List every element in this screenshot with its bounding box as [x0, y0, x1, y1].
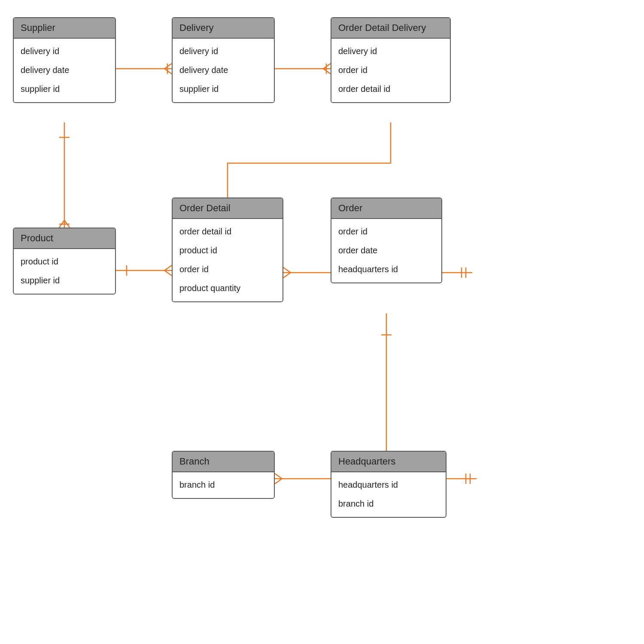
- svg-line-5: [323, 64, 331, 69]
- entity-order-body: order id order date headquarters id: [331, 219, 441, 283]
- entity-delivery-header: Delivery: [173, 18, 274, 39]
- entity-order-detail-delivery: Order Detail Delivery delivery id order …: [331, 17, 451, 103]
- svg-line-22: [283, 273, 291, 278]
- field-delivery-3: supplier id: [179, 80, 267, 99]
- entity-order-header: Order: [331, 198, 441, 219]
- entity-product-header: Product: [14, 228, 115, 249]
- svg-line-2: [164, 69, 172, 74]
- svg-line-29: [275, 479, 282, 484]
- entity-odd-header: Order Detail Delivery: [331, 18, 450, 39]
- svg-line-13: [59, 220, 64, 228]
- entity-supplier-header: Supplier: [14, 18, 115, 39]
- svg-line-14: [64, 220, 70, 228]
- field-od-4: product quantity: [179, 279, 276, 298]
- entity-supplier: Supplier delivery id delivery date suppl…: [13, 17, 116, 103]
- entity-product: Product product id supplier id: [13, 228, 116, 295]
- svg-line-6: [323, 69, 331, 74]
- field-branch-1: branch id: [179, 476, 267, 495]
- entity-od-body: order detail id product id order id prod…: [173, 219, 283, 301]
- field-supplier-3: supplier id: [21, 80, 108, 99]
- field-od-2: product id: [179, 241, 276, 260]
- entity-odd-body: delivery id order id order detail id: [331, 39, 450, 102]
- entity-delivery: Delivery delivery id delivery date suppl…: [172, 17, 275, 103]
- svg-line-1: [164, 64, 172, 69]
- svg-line-28: [275, 474, 282, 479]
- field-product-2: supplier id: [21, 271, 108, 290]
- field-delivery-1: delivery id: [179, 42, 267, 61]
- field-supplier-1: delivery id: [21, 42, 108, 61]
- entity-hq-header: Headquarters: [331, 452, 446, 472]
- entity-od-header: Order Detail: [173, 198, 283, 219]
- entity-product-body: product id supplier id: [14, 249, 115, 294]
- entity-branch: Branch branch id: [172, 451, 275, 499]
- entity-delivery-body: delivery id delivery date supplier id: [173, 39, 274, 102]
- svg-line-19: [164, 270, 172, 276]
- entity-hq-body: headquarters id branch id: [331, 472, 446, 517]
- entity-branch-body: branch id: [173, 472, 274, 498]
- field-product-1: product id: [21, 252, 108, 271]
- svg-line-18: [164, 265, 172, 270]
- svg-line-21: [283, 267, 291, 273]
- er-diagram: Supplier delivery id delivery date suppl…: [0, 0, 644, 644]
- entity-branch-header: Branch: [173, 452, 274, 472]
- field-hq-2: branch id: [338, 495, 439, 513]
- field-order-3: headquarters id: [338, 260, 434, 279]
- field-odd-2: order id: [338, 61, 443, 80]
- entity-supplier-body: delivery id delivery date supplier id: [14, 39, 115, 102]
- field-supplier-2: delivery date: [21, 61, 108, 80]
- field-delivery-2: delivery date: [179, 61, 267, 80]
- field-od-1: order detail id: [179, 222, 276, 241]
- entity-headquarters: Headquarters headquarters id branch id: [331, 451, 447, 518]
- entity-order: Order order id order date headquarters i…: [331, 197, 442, 283]
- field-od-3: order id: [179, 260, 276, 279]
- field-odd-1: delivery id: [338, 42, 443, 61]
- field-hq-1: headquarters id: [338, 476, 439, 495]
- field-odd-3: order detail id: [338, 80, 443, 99]
- field-order-1: order id: [338, 222, 434, 241]
- field-order-2: order date: [338, 241, 434, 260]
- entity-order-detail: Order Detail order detail id product id …: [172, 197, 283, 302]
